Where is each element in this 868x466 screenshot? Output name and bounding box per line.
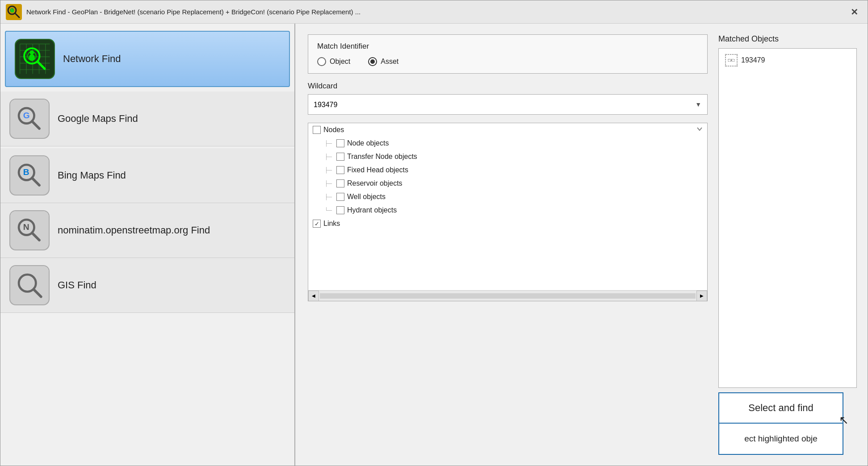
- matched-object-item-0: 193479: [722, 52, 853, 68]
- svg-rect-25: [10, 156, 49, 195]
- svg-point-20: [29, 54, 35, 61]
- matched-object-icon-0: [725, 54, 738, 67]
- select-highlighted-button[interactable]: ect highlighted obje: [718, 424, 843, 455]
- right-column: Matched Objects 193479: [718, 34, 857, 455]
- sidebar-item-google-maps-find[interactable]: G Google Maps Find: [0, 92, 294, 146]
- svg-point-37: [730, 59, 732, 61]
- scroll-indicator-icon: [696, 126, 703, 132]
- radio-circle-asset[interactable]: [368, 57, 377, 66]
- tree-list[interactable]: Nodes ├─ Nod: [308, 123, 707, 290]
- tree-item-node-objects[interactable]: ├─ Node objects: [308, 137, 707, 150]
- sidebar-item-network-find[interactable]: Network Find: [5, 31, 290, 87]
- select-and-find-label: Select and find: [748, 402, 813, 414]
- app-icon: N: [6, 4, 22, 20]
- wildcard-select[interactable]: 193479: [308, 94, 708, 115]
- sidebar-item-bing-maps-find[interactable]: B Bing Maps Find: [0, 148, 294, 203]
- wildcard-select-wrapper: 193479: [308, 94, 708, 115]
- tree-list-container: Nodes ├─ Nod: [308, 123, 708, 301]
- sidebar-item-nominatim-find[interactable]: N nominatim.openstreetmap.org Find: [0, 203, 294, 258]
- tree-label-fixed-head: Fixed Head objects: [347, 166, 408, 174]
- tree-label-node-objects: Node objects: [347, 139, 389, 147]
- radio-circle-object[interactable]: [317, 57, 326, 66]
- matched-objects-title: Matched Objects: [718, 34, 857, 44]
- wildcard-label: Wildcard: [308, 82, 708, 91]
- matched-objects-box: 193479: [718, 48, 857, 388]
- svg-rect-33: [10, 266, 49, 304]
- tree-hscrollbar: ◀ ▶: [308, 290, 707, 301]
- tree-item-fixed-head[interactable]: ├─ Fixed Head objects: [308, 163, 707, 177]
- radio-asset-label: Asset: [381, 58, 398, 66]
- sidebar-gis-label: GIS Find: [58, 279, 96, 291]
- checkbox-links[interactable]: [313, 220, 321, 228]
- sidebar-item-gis-find[interactable]: GIS Find: [0, 258, 294, 313]
- svg-text:B: B: [23, 167, 29, 177]
- svg-text:N: N: [11, 8, 14, 13]
- svg-text:G: G: [23, 111, 30, 120]
- checkbox-reservoir[interactable]: [336, 179, 344, 187]
- tree-label-well: Well objects: [347, 193, 386, 201]
- match-identifier-radio-group: Object Asset: [317, 57, 698, 66]
- checkbox-nodes[interactable]: [313, 126, 321, 134]
- nominatim-find-icon: N: [9, 210, 50, 250]
- close-button[interactable]: ✕: [846, 4, 862, 20]
- tree-connector-reservoir: ├─: [324, 180, 332, 187]
- match-identifier-title: Match Identifier: [317, 42, 698, 51]
- sidebar-network-find-label: Network Find: [63, 53, 121, 65]
- tree-connector-fixed-head: ├─: [324, 167, 332, 173]
- window-title: Network Find - GeoPlan - BridgeNet! (sce…: [26, 8, 842, 16]
- tree-scroll-track[interactable]: [320, 293, 696, 299]
- tree-connector-hydrant: └─: [324, 207, 332, 213]
- tree-item-transfer-node[interactable]: ├─ Transfer Node objects: [308, 150, 707, 163]
- tree-item-nodes[interactable]: Nodes: [308, 123, 707, 137]
- tree-connector-well: ├─: [324, 194, 332, 200]
- checkbox-node-objects[interactable]: [336, 139, 344, 147]
- tree-item-links[interactable]: Links: [308, 217, 707, 230]
- tree-item-reservoir[interactable]: ├─ Reservoir objects: [308, 177, 707, 190]
- tree-item-hydrant[interactable]: └─ Hydrant objects: [308, 204, 707, 217]
- checkbox-hydrant[interactable]: [336, 206, 344, 214]
- pipe-icon: [727, 56, 735, 64]
- content-area: Network Find G Google Maps Find: [0, 24, 868, 466]
- select-and-find-button[interactable]: Select and find ↖: [718, 392, 843, 424]
- match-identifier-box: Match Identifier Object Asset: [308, 34, 708, 74]
- checkbox-transfer-node[interactable]: [336, 153, 344, 161]
- checkbox-fixed-head[interactable]: [336, 166, 344, 174]
- network-find-icon: [15, 39, 55, 79]
- tree-connector-transfer-node: ├─: [324, 154, 332, 160]
- radio-object-label: Object: [330, 58, 350, 66]
- tree-label-transfer-node: Transfer Node objects: [347, 153, 417, 161]
- sidebar-nominatim-label: nominatim.openstreetmap.org Find: [58, 225, 210, 236]
- tree-label-hydrant: Hydrant objects: [347, 206, 397, 214]
- right-panel: Match Identifier Object Asset: [295, 24, 868, 466]
- action-buttons: Select and find ↖ ect highlighted obje: [718, 392, 857, 455]
- tree-scroll-right-btn[interactable]: ▶: [696, 291, 707, 301]
- tree-item-well[interactable]: ├─ Well objects: [308, 190, 707, 204]
- tree-label-nodes: Nodes: [323, 126, 344, 134]
- tree-label-reservoir: Reservoir objects: [347, 179, 403, 187]
- bing-find-icon: B: [9, 155, 50, 196]
- radio-asset[interactable]: Asset: [368, 57, 398, 66]
- title-bar: N Network Find - GeoPlan - BridgeNet! (s…: [0, 0, 868, 24]
- google-find-icon: G: [9, 99, 50, 139]
- radio-object[interactable]: Object: [317, 57, 350, 66]
- svg-text:N: N: [23, 222, 29, 232]
- svg-point-19: [30, 50, 34, 55]
- select-highlighted-label: ect highlighted obje: [744, 434, 818, 444]
- sidebar-google-label: Google Maps Find: [58, 113, 138, 125]
- matched-object-label-0: 193479: [741, 56, 765, 64]
- tree-label-links: Links: [323, 220, 340, 228]
- checkbox-well[interactable]: [336, 193, 344, 201]
- sidebar-bing-label: Bing Maps Find: [58, 170, 126, 181]
- sidebar: Network Find G Google Maps Find: [0, 24, 295, 466]
- tree-scroll-left-btn[interactable]: ◀: [308, 291, 319, 301]
- svg-rect-29: [10, 211, 49, 250]
- wildcard-section: Wildcard 193479: [308, 82, 708, 115]
- main-window: N Network Find - GeoPlan - BridgeNet! (s…: [0, 0, 868, 466]
- gis-find-icon: [9, 265, 50, 305]
- tree-connector-node-objects: ├─: [324, 140, 332, 146]
